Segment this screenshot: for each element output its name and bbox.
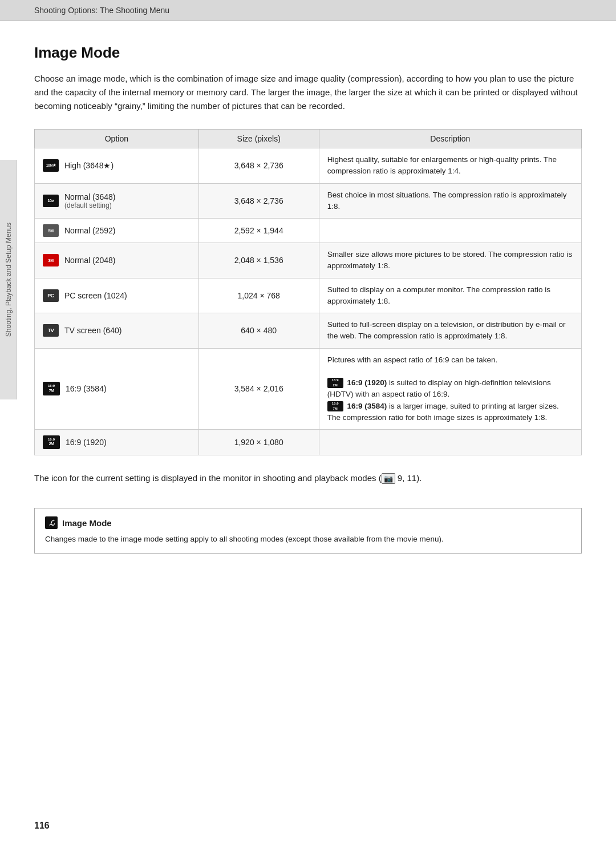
desc-bold-1920: 16:9 (1920) [347,378,387,387]
option-cell: 16:9 7M 16:9 (3584) [35,348,199,430]
option-sub: (default setting) [64,201,115,209]
size-cell: 1,024 × 768 [198,278,319,313]
option-name: High (3648★) [64,161,114,170]
size-text: 3,648 × 2,736 [234,196,283,205]
option-cell: TV TV screen (640) [35,313,199,349]
desc-text: Highest quality, suitable for enlargemen… [327,155,557,175]
desc-text: Suited to full-screen display on a telev… [327,320,566,340]
desc-text: Smaller size allows more pictures to be … [327,250,573,270]
desc-cell: Smaller size allows more pictures to be … [319,243,581,278]
options-table: Option Size (pixels) Description 10M★ Hi… [34,129,582,455]
option-cell: PC PC screen (1024) [35,278,199,313]
main-content: Image Mode Choose an image mode, which i… [0,21,616,848]
desc-bold-3584: 16:9 (3584) [347,402,387,410]
option-cell: 10M★ High (3648★) [35,148,199,184]
inline-icon-169-2m: 16:92M [327,378,343,388]
size-cell: 3,648 × 2,736 [198,148,319,184]
option-name: PC screen (1024) [64,291,127,300]
desc-cell: Suited to full-screen display on a telev… [319,313,581,349]
note-title-text: Image Mode [62,518,112,528]
option-cell: 10M Normal (3648) (default setting) [35,183,199,219]
option-name: Normal (2592) [64,226,115,235]
table-row: 10M Normal (3648) (default setting) 3,64… [35,183,582,219]
size-cell: 640 × 480 [198,313,319,349]
desc-cell: Suited to display on a computer monitor.… [319,278,581,313]
option-name: Normal (2048) [64,256,115,265]
side-label-text: Shooting, Playback and Setup Menus [5,223,13,337]
desc-text: Suited to display on a computer monitor.… [327,285,550,305]
option-name: 16:9 (1920) [66,438,107,447]
page-title: Image Mode [34,44,582,62]
option-icon-tv: TV [43,324,59,337]
option-icon-normal2048: 3M [43,254,59,266]
size-cell: 2,048 × 1,536 [198,243,319,278]
desc-cell: Best choice in most situations. The comp… [319,183,581,219]
table-row: PC PC screen (1024) 1,024 × 768 Suited t… [35,278,582,313]
size-text: 3,584 × 2,016 [234,384,283,393]
camera-icon: 📷 [382,473,395,484]
option-icon-normal3648: 10M [43,195,59,207]
size-text: 3,648 × 2,736 [234,161,283,170]
top-bar: Shooting Options: The Shooting Menu [0,0,616,21]
size-cell: 3,584 × 2,016 [198,348,319,430]
option-icon-high: 10M★ [43,159,59,172]
size-text: 2,048 × 1,536 [234,256,283,265]
table-header-option: Option [35,130,199,148]
desc-cell: Highest quality, suitable for enlargemen… [319,148,581,184]
option-cell: 3M Normal (2048) [35,243,199,278]
table-row: 5M Normal (2592) 2,592 × 1,944 [35,219,582,243]
option-name: Normal (3648) [64,192,115,201]
option-name: TV screen (640) [64,326,121,335]
option-cell: 5M Normal (2592) [35,219,199,243]
option-name: 16:9 (3584) [66,384,107,393]
desc-cell: Pictures with an aspect ratio of 16:9 ca… [319,348,581,430]
footer-note: The icon for the current setting is disp… [34,471,582,485]
size-cell: 2,592 × 1,944 [198,219,319,243]
size-cell: 1,920 × 1,080 [198,430,319,455]
desc-text: Pictures with an aspect ratio of 16:9 ca… [327,356,559,422]
page-number: 116 [34,821,50,831]
option-icon-169-7m: 16:9 7M [43,382,60,395]
option-cell: 16:9 2M 16:9 (1920) [35,430,199,455]
inline-icon-169-7m: 16:97M [327,401,343,411]
size-text: 1,024 × 768 [237,291,279,300]
size-text: 2,592 × 1,944 [234,226,283,235]
note-icon: ℒ [45,516,58,529]
table-header-description: Description [319,130,581,148]
note-box: ℒ Image Mode Changes made to the image m… [34,508,582,554]
option-icon-169-2m: 16:9 2M [43,435,60,449]
intro-text: Choose an image mode, which is the combi… [34,72,582,113]
option-icon-pc: PC [43,289,59,302]
side-label: Shooting, Playback and Setup Menus [0,160,17,399]
option-icon-normal2592: 5M [43,224,59,237]
table-row: 16:9 2M 16:9 (1920) 1,920 × 1,080 [35,430,582,455]
desc-text: Best choice in most situations. The comp… [327,191,567,211]
desc-cell [319,430,581,455]
desc-cell [319,219,581,243]
table-header-size: Size (pixels) [198,130,319,148]
table-row: 3M Normal (2048) 2,048 × 1,536 Smaller s… [35,243,582,278]
size-cell: 3,648 × 2,736 [198,183,319,219]
note-title-area: ℒ Image Mode [45,516,571,529]
table-row: 10M★ High (3648★) 3,648 × 2,736 Highest … [35,148,582,184]
table-row: 16:9 7M 16:9 (3584) 3,584 × 2,016 Pictur… [35,348,582,430]
page-container: Shooting Options: The Shooting Menu Shoo… [0,0,616,848]
note-text: Changes made to the image mode setting a… [45,534,571,545]
size-text: 1,920 × 1,080 [234,438,283,447]
table-row: TV TV screen (640) 640 × 480 Suited to f… [35,313,582,349]
breadcrumb: Shooting Options: The Shooting Menu [34,6,169,15]
size-text: 640 × 480 [241,326,277,335]
